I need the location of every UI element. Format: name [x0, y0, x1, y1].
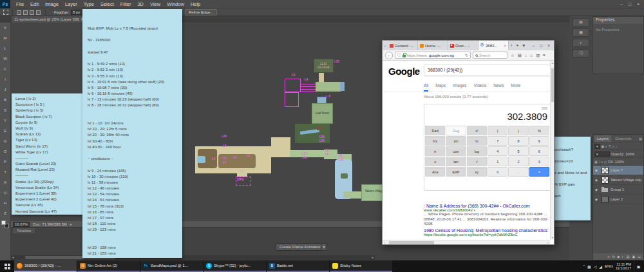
calculator-key[interactable]: EXP: [446, 167, 466, 177]
clock[interactable]: 11:11 PM 11/1/2017: [616, 262, 631, 271]
timeline-scrollbar[interactable]: ◂ ▸: [11, 255, 375, 260]
calculator-key[interactable]: 9: [529, 136, 549, 146]
menu-item[interactable]: Filter: [117, 1, 135, 7]
scrollbar-thumb[interactable]: [389, 241, 434, 244]
sticky-note-exp-log[interactable]: Mob EXP: Mob Lv x 7.5 (Rounded down)50 -…: [82, 9, 182, 258]
scroll-left-icon[interactable]: ‹: [384, 240, 385, 245]
layer-visibility-icon[interactable]: ◉: [595, 198, 600, 201]
calculator-key[interactable]: sin: [446, 136, 466, 146]
filter-kind-dropdown[interactable]: ▾: [594, 144, 600, 149]
calculator-key[interactable]: 4: [488, 146, 507, 156]
menu-item[interactable]: Type: [80, 1, 97, 7]
window-control-button[interactable]: □: [540, 43, 542, 48]
calculator-key[interactable]: √: [467, 157, 487, 166]
add-selection-icon[interactable]: [23, 10, 28, 15]
vertical-scrollbar[interactable]: ▴ ▾: [550, 61, 554, 240]
calculator-key[interactable]: (: [488, 126, 507, 135]
taskbar-app-firefox[interactable]: 368300 / (29(42)) - ...: [14, 260, 77, 272]
calculator-key[interactable]: Deg: [446, 126, 466, 135]
fill-value[interactable]: 100%: [615, 160, 624, 164]
color-swatches[interactable]: [1, 220, 9, 228]
status-arrow-icon[interactable]: ▸: [70, 222, 72, 226]
tab-list-icon[interactable]: ▾: [520, 43, 527, 48]
refine-edge-button[interactable]: Refine Edge...: [185, 9, 217, 15]
home-icon[interactable]: ⌂: [530, 53, 533, 58]
google-nav-tab[interactable]: More: [511, 83, 521, 92]
panel-menu-icon[interactable]: ▤: [639, 137, 642, 141]
sidebar-icon[interactable]: ▥: [536, 53, 540, 58]
adjustments-panel-icon[interactable]: ◐: [573, 39, 589, 47]
layer-thumbnail[interactable]: [601, 167, 609, 174]
healing-tool[interactable]: J: [0, 84, 11, 95]
menu-item[interactable]: Help: [187, 1, 204, 7]
taskbar-app-battlenet[interactable]: B Battle.net: [267, 260, 329, 272]
zoom-tool[interactable]: Z: [0, 208, 11, 219]
info-panel-icon[interactable]: ⓘ: [573, 49, 589, 57]
lasso-tool[interactable]: L: [0, 43, 11, 53]
calculator-key[interactable]: cos: [446, 146, 466, 156]
layer-mask-icon[interactable]: ◙: [618, 255, 620, 258]
calculator-key[interactable]: .: [508, 167, 528, 177]
taskbar-app-photoshop[interactable]: Ps SandMaps.psd @ 1...: [140, 260, 203, 272]
lock-position-icon[interactable]: +: [601, 160, 603, 164]
eraser-tool[interactable]: E: [0, 126, 11, 136]
layer-visibility-icon[interactable]: ◉: [595, 179, 600, 182]
history-panel-icon[interactable]: ▤: [573, 18, 589, 26]
tab-channels[interactable]: Channels: [612, 135, 634, 142]
scroll-up-icon[interactable]: ▴: [551, 61, 554, 64]
calculator-key[interactable]: 2: [508, 157, 528, 166]
calculator-key[interactable]: log: [467, 146, 487, 156]
scroll-right-icon[interactable]: ›: [547, 240, 549, 245]
new-layer-icon[interactable]: ▣: [632, 255, 636, 258]
layer-effects-icon[interactable]: fx: [612, 255, 615, 258]
link-layers-icon[interactable]: ∞: [607, 255, 610, 258]
scrollbar-thumb[interactable]: [551, 68, 554, 102]
menu-item[interactable]: Layer: [62, 1, 80, 7]
crop-tool[interactable]: C: [0, 64, 11, 74]
calculator-key[interactable]: %: [529, 126, 549, 135]
sticky-note-links[interactable]: om/watch?&index=23s and Mobs lvl and% EX…: [551, 137, 591, 220]
filter-smart-icon[interactable]: ♪: [615, 144, 617, 148]
filter-pixel-icon[interactable]: ▣: [601, 144, 605, 148]
new-selection-icon[interactable]: [17, 10, 21, 15]
network-icon[interactable]: ◢: [599, 264, 602, 269]
google-nav-tab[interactable]: Maps: [435, 83, 446, 92]
tab-close-icon[interactable]: ×: [504, 44, 506, 48]
zoom-level-field[interactable]: 16.67%: [13, 222, 30, 227]
menu-icon[interactable]: ≡: [543, 53, 545, 58]
lock-transparency-icon[interactable]: ▦: [594, 160, 598, 164]
tab-audio-icon[interactable]: ♪: [468, 44, 470, 48]
taskbar-app-sticky-notes[interactable]: Sticky Notes: [330, 260, 392, 272]
lock-pixels-icon[interactable]: /: [599, 160, 600, 164]
layer-row[interactable]: ◉ Layer 7: [593, 166, 643, 175]
volume-icon[interactable]: ◁: [594, 264, 597, 269]
path-select-tool[interactable]: A: [0, 177, 11, 188]
google-logo[interactable]: Google: [388, 66, 420, 77]
layer-row[interactable]: ◉ Group 1: [593, 185, 643, 195]
reload-icon[interactable]: ↻: [465, 53, 468, 57]
layer-thumbnail[interactable]: [601, 196, 609, 203]
filter-adjustment-icon[interactable]: ◐: [605, 144, 607, 148]
scroll-right-icon[interactable]: ▸: [372, 255, 374, 260]
star-icon[interactable]: ☆: [511, 53, 515, 58]
history-brush-tool[interactable]: Y: [0, 115, 11, 126]
browser-tab[interactable]: Home -... ♪ ×: [418, 41, 448, 50]
calculator-key[interactable]: x!: [467, 126, 487, 135]
calculator-key[interactable]: ln: [467, 136, 487, 146]
calculator-key[interactable]: ): [508, 126, 528, 135]
eyedropper-tool[interactable]: I: [0, 74, 11, 84]
new-group-icon[interactable]: ▤: [627, 255, 630, 258]
layer-row[interactable]: ◉ Layer 2: [593, 195, 643, 204]
calculator-key[interactable]: 6: [529, 146, 549, 156]
new-tab-button[interactable]: +: [514, 43, 520, 48]
pen-tool[interactable]: P: [0, 157, 11, 167]
tab-overflow-icon[interactable]: ›: [509, 43, 514, 48]
properties-panel-tab[interactable]: Properties: [593, 17, 643, 24]
calculator-key[interactable]: xy: [467, 167, 487, 177]
horizontal-scrollbar[interactable]: ‹ ›: [383, 240, 550, 244]
language-indicator[interactable]: ENG: [605, 264, 613, 268]
action-center-icon[interactable]: ▣: [634, 260, 643, 272]
scroll-down-icon[interactable]: ▾: [551, 236, 554, 239]
window-control-button[interactable]: □: [629, 2, 631, 6]
url-bar[interactable]: ⓘ https://www.google.com.sg ↻: [395, 52, 471, 59]
